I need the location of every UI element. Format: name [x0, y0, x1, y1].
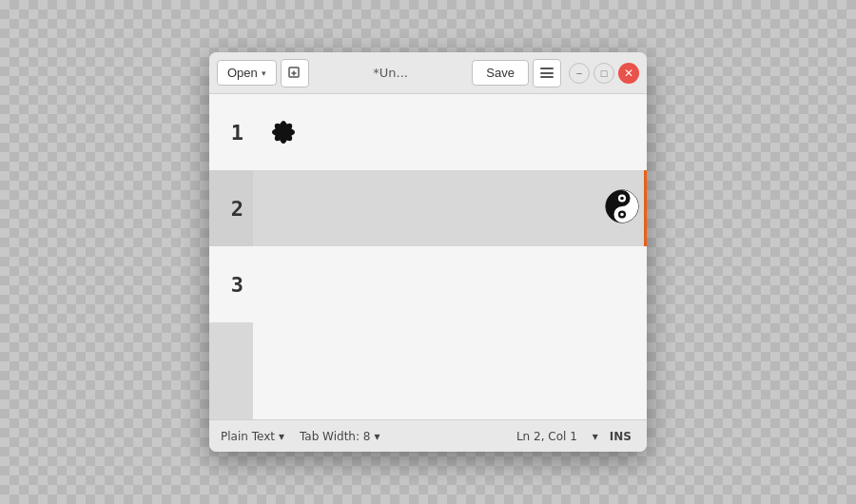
open-label: Open: [227, 66, 258, 80]
language-selector[interactable]: Plain Text ▾: [221, 430, 292, 443]
hamburger-icon: [540, 68, 554, 78]
titlebar: Open ▾ *Un... Save − □ ✕: [209, 52, 647, 94]
window-controls: − □ ✕: [569, 63, 639, 84]
open-button[interactable]: Open ▾: [217, 60, 277, 86]
editor-line-2: [253, 170, 647, 246]
line-number-3: 3: [209, 246, 253, 322]
yin-yang-icon: [605, 189, 639, 227]
editor-content[interactable]: [253, 94, 647, 419]
cursor-indicator: [644, 170, 647, 246]
new-tab-icon: [288, 67, 302, 80]
open-chevron-icon: ▾: [262, 68, 266, 78]
tab-width-selector[interactable]: Tab Width: 8 ▾: [292, 430, 388, 443]
tab-width-label: Tab Width: 8: [300, 430, 370, 443]
minimize-button[interactable]: −: [569, 63, 590, 84]
close-button[interactable]: ✕: [618, 63, 639, 84]
line-numbers: 1 2 3: [209, 94, 253, 419]
tab-width-chevron-icon: ▾: [374, 430, 379, 443]
editor-line-1: [253, 94, 647, 170]
position-dropdown[interactable]: ▾: [585, 430, 606, 443]
line-number-2: 2: [209, 170, 253, 246]
menu-button[interactable]: [533, 59, 561, 87]
new-tab-button[interactable]: [281, 59, 309, 87]
svg-point-8: [620, 197, 624, 201]
svg-point-9: [620, 213, 624, 217]
editor-window: Open ▾ *Un... Save − □ ✕: [209, 52, 647, 452]
editor-area: 1 2 3: [209, 94, 647, 419]
statusbar: Plain Text ▾ Tab Width: 8 ▾ Ln 2, Col 1 …: [209, 419, 647, 452]
insert-mode-indicator: INS: [606, 430, 635, 443]
language-label: Plain Text: [221, 430, 275, 443]
language-chevron-icon: ▾: [279, 430, 284, 443]
position-chevron-icon: ▾: [593, 430, 598, 443]
cursor-position[interactable]: Ln 2, Col 1: [509, 430, 585, 443]
maximize-button[interactable]: □: [593, 63, 614, 84]
position-label: Ln 2, Col 1: [516, 430, 577, 443]
line-number-1: 1: [209, 94, 253, 170]
editor-line-3: [253, 246, 647, 419]
window-title: *Un...: [317, 66, 465, 80]
save-button[interactable]: Save: [472, 60, 529, 86]
yelp-asterisk-icon: [263, 111, 304, 153]
